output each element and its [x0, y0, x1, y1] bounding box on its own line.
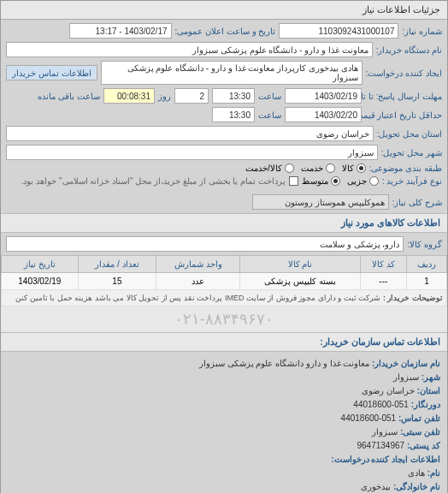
- group-value: دارو، پزشکی و سلامت: [6, 236, 404, 252]
- time-label-2: ساعت: [258, 110, 281, 120]
- city-value: سبزوار: [6, 145, 378, 160]
- c-post-label: تلفن سبتی:: [400, 427, 440, 437]
- cell-unit: عدد: [156, 273, 240, 290]
- radio-small-label: جزیی: [347, 176, 367, 186]
- c-city: سبزوار: [393, 372, 419, 382]
- window-title: جزئیات اطلاعات نیاز: [1, 1, 447, 20]
- col-idx: ردیف: [407, 256, 447, 273]
- valid-time: 13:30: [212, 107, 255, 122]
- process-label: نوع فرآیند خرید :: [382, 176, 442, 186]
- c-city-label: شهر:: [421, 372, 440, 382]
- cell-idx: 1: [407, 273, 447, 290]
- valid-date: 1403/02/20: [285, 107, 362, 122]
- org-label: نام دستگاه خریدار:: [376, 45, 442, 55]
- request-no-value: 1103092431000107: [279, 23, 398, 39]
- c-phone: 051-44018600: [341, 413, 397, 423]
- watermark-row: ۰۲۱-۸۸۳۴۹۶۷۰: [1, 306, 447, 332]
- cell-date: 1403/02/19: [2, 273, 79, 290]
- c-phone-label: تلفن تماس:: [398, 413, 440, 423]
- days-label: روز: [158, 92, 171, 101]
- note-text: شرکت ثبت و دارای مجوز فروش از سایت IMED …: [15, 294, 380, 302]
- province-value: خراسان رضوی: [6, 126, 374, 141]
- radio-small[interactable]: [369, 176, 379, 186]
- summary-label: شرح کلی نیاز:: [392, 198, 442, 207]
- category-radio-group: کالا خدمت کالا/خدمت: [245, 163, 366, 173]
- group-label: گروه کالا:: [407, 240, 442, 249]
- creator-value: هادی بیدخوری کارپرداز معاونت غذا و دارو …: [101, 61, 363, 85]
- response-date: 1403/02/19: [285, 88, 362, 104]
- cell-qty: 15: [78, 273, 156, 290]
- radio-service-label: خدمت: [301, 163, 323, 173]
- c-postcode: 9647134967: [357, 441, 404, 450]
- col-unit: واحد شمارش: [156, 256, 240, 273]
- col-qty: تعداد / مقدار: [78, 256, 156, 273]
- c-lname-label: نام خانوادگی:: [393, 482, 440, 491]
- c-org-label: نام سازمان خریدار:: [372, 359, 440, 368]
- valid-deadline-label: حداقل تاریخ اعتبار قیمت: تا تاریخ:: [365, 110, 442, 120]
- c-fname: هادی: [408, 468, 425, 478]
- c-fname-label: نام:: [427, 468, 440, 478]
- c-lname: بیدخوری: [361, 482, 391, 491]
- radio-both-label: کالا/خدمت: [245, 163, 282, 173]
- radio-goods[interactable]: [357, 163, 366, 173]
- table-header-row: ردیف کد کالا نام کالا واحد شمارش تعداد /…: [2, 256, 447, 273]
- table-row[interactable]: 1 --- بسته کلیپس پزشکی عدد 15 1403/02/19: [2, 273, 447, 290]
- cell-code: ---: [360, 273, 406, 290]
- col-code: کد کالا: [360, 256, 406, 273]
- radio-medium[interactable]: [331, 176, 340, 186]
- c-switch-label: دورنگار:: [411, 400, 440, 409]
- contact-section-header: اطلاعات تماس سازمان خریدار:: [1, 332, 447, 352]
- c-switch: 051-44018600: [353, 400, 409, 409]
- days-count: 2: [174, 88, 209, 104]
- radio-service[interactable]: [326, 163, 335, 173]
- radio-medium-label: متوسط: [302, 176, 328, 186]
- c-org: معاونت غذا و دارو دانشگاه علوم پزشکی سبز…: [199, 359, 369, 368]
- category-label: طبقه بندی موضوعی:: [369, 163, 442, 173]
- col-name: نام کالا: [240, 256, 360, 273]
- radio-goods-label: کالا: [342, 163, 354, 173]
- time-label-1: ساعت: [258, 92, 281, 101]
- summary-value: هموکلیپس هموستاز روستون: [252, 194, 389, 210]
- request-no-label: شماره نیاز:: [402, 27, 442, 36]
- creator-label: ایجاد کننده درخواست:: [366, 68, 442, 78]
- cell-name: بسته کلیپس پزشکی: [240, 273, 360, 290]
- remaining-time: 00:08:31: [103, 88, 155, 104]
- items-table: ردیف کد کالا نام کالا واحد شمارش تعداد /…: [1, 255, 447, 306]
- note-label: توضیحات خریدار :: [383, 294, 443, 302]
- radio-both[interactable]: [285, 163, 294, 173]
- response-time: 13:30: [212, 88, 255, 104]
- c-postcode-label: کد پستی:: [407, 441, 440, 450]
- response-deadline-label: مهلت ارسال پاسخ: تا تاریخ:: [365, 92, 442, 101]
- contact-info-button[interactable]: اطلاعات تماس خریدار: [6, 65, 97, 80]
- announce-value: 1403/02/17 - 13:17: [69, 23, 172, 39]
- org-value: معاونت غذا و دارو - دانشگاه علوم پزشکی س…: [6, 42, 373, 57]
- treasury-note: پرداخت تمام یا بخشی از مبلغ خرید،از محل …: [21, 176, 286, 186]
- table-note-row: توضیحات خریدار : شرکت ثبت و دارای مجوز ف…: [2, 290, 447, 306]
- c-creator-header: اطلاعات ایجاد کننده درخواست:: [331, 454, 440, 464]
- remaining-label: ساعت باقی مانده: [38, 92, 100, 101]
- watermark-text: ۰۲۱-۸۸۳۴۹۶۷۰: [1, 306, 447, 332]
- announce-label: تاریخ و ساعت اعلان عمومی:: [175, 27, 276, 36]
- contact-section: نام سازمان خریدار: معاونت غذا و دارو دان…: [1, 352, 447, 493]
- process-radio-group: جزیی متوسط: [302, 176, 379, 186]
- col-date: تاریخ نیاز: [2, 256, 79, 273]
- treasury-checkbox[interactable]: [289, 176, 298, 186]
- c-post: سبزوار: [372, 427, 398, 437]
- items-section-header: اطلاعات کالاهای مورد نیاز: [1, 213, 447, 233]
- c-province: خراسان رضوی: [362, 386, 415, 395]
- c-province-label: استان:: [417, 386, 440, 395]
- province-label: استان محل تحویل:: [377, 129, 442, 139]
- city-label: شهر محل تحویل:: [381, 148, 442, 157]
